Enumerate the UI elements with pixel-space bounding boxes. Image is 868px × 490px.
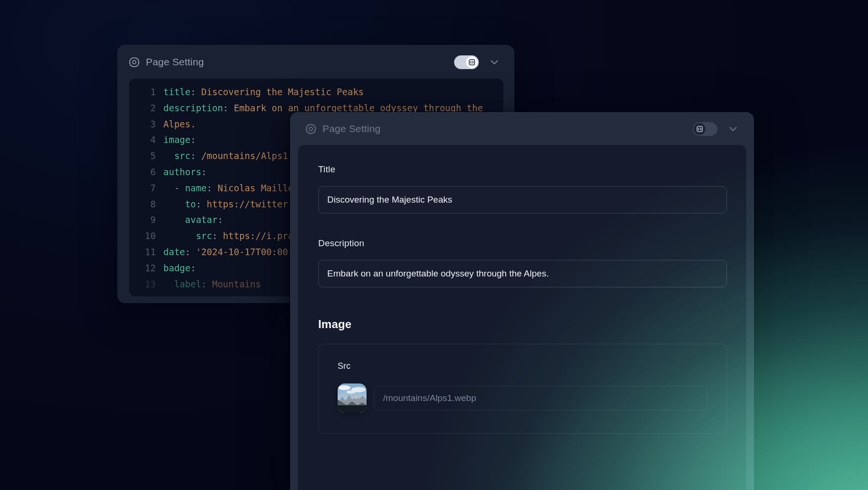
panel-title: Page Setting	[322, 123, 381, 134]
yaml-value: https://twitter.c	[201, 199, 299, 209]
line-number: 7	[139, 180, 156, 196]
description-label: Description	[318, 238, 727, 249]
yaml-key: image	[163, 134, 190, 145]
panel-title: Page Setting	[146, 56, 204, 68]
chevron-down-icon[interactable]	[727, 123, 739, 135]
page-setting-form: Title Description Image Src	[298, 145, 746, 490]
code-view-toggle[interactable]	[454, 55, 479, 69]
line-number: 12	[139, 260, 156, 276]
desktop-background: Page Setting 1title: Discovering the Maj…	[0, 0, 868, 490]
yaml-key: description	[163, 103, 223, 113]
line-number: 5	[139, 148, 156, 164]
code-view-toggle[interactable]	[693, 122, 717, 136]
toggle-knob	[694, 123, 706, 135]
yaml-value: https://i.prav	[217, 231, 299, 241]
code-line: 1title: Discovering the Majestic Peaks	[139, 84, 503, 100]
yaml-key: src	[196, 231, 212, 241]
yaml-key: to	[185, 199, 196, 209]
line-number: 4	[139, 132, 156, 148]
form-panel-header: Page Setting	[291, 113, 753, 145]
yaml-key: date	[163, 247, 185, 257]
yaml-value: Nicolas Maillet	[212, 183, 299, 193]
yaml-key: avatar	[185, 214, 218, 225]
line-number: 8	[139, 196, 156, 213]
chevron-down-icon[interactable]	[488, 56, 501, 68]
yaml-key: title	[163, 87, 190, 97]
yaml-value: Mountains	[207, 279, 261, 289]
line-number: 1	[139, 84, 156, 100]
title-input[interactable]	[318, 186, 727, 214]
line-number: 10	[139, 228, 156, 244]
line-number: 6	[139, 164, 156, 180]
line-number: 9	[139, 212, 156, 228]
yaml-value: '2024-10-17T00:00:0	[190, 247, 299, 257]
gear-icon	[128, 56, 140, 68]
src-input[interactable]	[374, 386, 707, 410]
src-row	[338, 383, 707, 413]
line-number: 2	[139, 100, 156, 116]
line-number: 3	[139, 116, 156, 133]
code-square-icon	[468, 58, 476, 66]
description-input[interactable]	[318, 260, 727, 287]
line-number: 13	[139, 276, 156, 293]
gear-icon	[305, 123, 317, 135]
yaml-value: Alpes.	[163, 119, 196, 129]
src-label: Src	[338, 361, 707, 371]
image-group-card: Src	[318, 344, 727, 434]
image-section-heading: Image	[318, 318, 727, 331]
yaml-key: label	[174, 279, 201, 289]
yaml-key: name	[185, 183, 207, 193]
toggle-knob	[466, 56, 478, 68]
yaml-key: src	[174, 151, 190, 161]
yaml-key: authors	[163, 167, 201, 177]
mountain-photo-thumbnail	[338, 383, 367, 413]
yaml-value: Embark on an unforgettable odyssey throu…	[228, 103, 483, 113]
yaml-key: badge	[163, 263, 190, 273]
yaml-value: /mountains/Alps1.w	[196, 151, 299, 161]
page-setting-form-panel: Page Setting Title Description Image	[290, 112, 754, 490]
line-number: 11	[139, 244, 156, 260]
yaml-value: Discovering the Majestic Peaks	[196, 87, 364, 97]
code-panel-header: Page Setting	[118, 45, 514, 79]
title-label: Title	[318, 164, 727, 175]
code-square-icon	[696, 125, 704, 133]
